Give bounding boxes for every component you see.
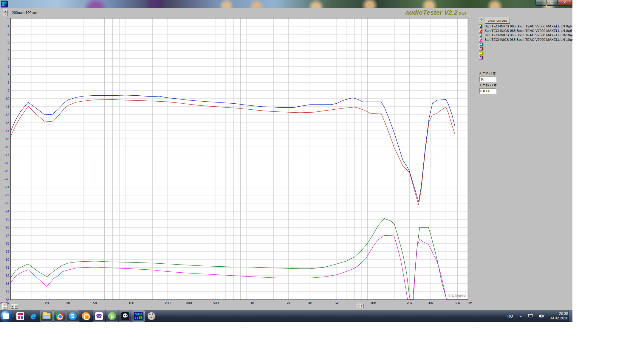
svg-text:30k: 30k	[428, 301, 434, 305]
svg-text:-5: -5	[6, 57, 9, 60]
curve-color-swatch-icon[interactable]: A	[479, 33, 482, 37]
xmin-input[interactable]	[479, 77, 496, 82]
audiotester-window-icon[interactable]	[1, 1, 8, 7]
icon-waveform	[2, 4, 7, 6]
curve-color-swatch-icon[interactable]: A	[479, 24, 482, 28]
close-button[interactable]: ✕	[558, 0, 572, 6]
legend-row[interactable]: A	[479, 51, 572, 55]
screen: — ❐ ✕ ▲ ▼ 200nwb 100 мкс audioTester V2.…	[0, 0, 572, 322]
legend-row[interactable]: AЗап.TECHNICS 965 Восп.TEAC V7000 MAXELL…	[479, 29, 572, 33]
start-button[interactable]	[1, 311, 12, 321]
audiotester-client-area: ▲ ▼ 200nwb 100 мкс audioTester V2.2D b6 …	[0, 8, 572, 310]
taskbar-icon-audiotester[interactable]: AudioT	[132, 310, 145, 322]
svg-text:-22: -22	[4, 193, 9, 197]
clock[interactable]: 20:35 09.02.2020	[549, 312, 568, 321]
xmin-field-group: X min / Hz	[479, 71, 539, 82]
svg-text:Hz: Hz	[468, 301, 472, 305]
legend-row[interactable]: AЗап.TECHNICS 965 Восп.TEAC V7000 MAXELL…	[479, 24, 572, 28]
taskbar-icon-viber[interactable]	[93, 310, 105, 322]
spin-up-icon[interactable]: ▲	[479, 17, 483, 20]
legend-panel: ▲ ▼ clear curves AЗап.TECHNICS 965 Восп.…	[477, 16, 572, 60]
legend-label: Зап.TECHNICS 965 Восп.TEAC V7000 MAXELL …	[485, 29, 572, 32]
legend-row[interactable]: A	[479, 55, 572, 60]
icon-decoration	[2, 2, 7, 4]
taskbar-icon-internet-explorer[interactable]: e	[27, 310, 40, 322]
svg-text:20k: 20k	[407, 301, 412, 305]
svg-text:200: 200	[165, 301, 171, 305]
svg-text:-24: -24	[4, 209, 9, 213]
x-scroll-right-group[interactable]: ◄ ►	[357, 304, 364, 308]
clear-curves-button[interactable]: clear curves	[485, 18, 510, 24]
taskbar-icon-paint-palette[interactable]	[145, 310, 158, 322]
network-icon[interactable]	[528, 313, 535, 319]
svg-text:-31: -31	[4, 266, 9, 269]
tray-chevron-icon[interactable]: ▲	[520, 315, 522, 318]
svg-text:5k: 5k	[335, 301, 338, 305]
restore-button[interactable]: ❐	[547, 0, 557, 6]
taskbar-icon-skype[interactable]: S	[66, 310, 79, 322]
svg-text:© U.Mueller: © U.Mueller	[448, 294, 467, 297]
scroll-left-icon[interactable]: ◄	[357, 304, 360, 308]
svg-text:-17: -17	[4, 153, 9, 157]
svg-text:10k: 10k	[370, 301, 376, 305]
curve-color-swatch-icon[interactable]: A	[479, 47, 483, 51]
taskbar-icon-chrome[interactable]	[53, 310, 66, 322]
clock-date: 09.02.2020	[549, 316, 568, 321]
curve-color-swatch-icon[interactable]: A	[479, 29, 482, 33]
svg-text:-13: -13	[4, 121, 9, 125]
window-titlebar: — ❐ ✕	[0, 0, 572, 8]
xmin-label: X min / Hz	[479, 71, 539, 75]
svg-text:-34: -34	[4, 290, 9, 293]
svg-text:100: 100	[129, 301, 134, 305]
scroll-left-icon[interactable]: ◄	[11, 304, 14, 309]
curve-color-swatch-icon[interactable]: A	[479, 51, 483, 55]
svg-text:0: 0	[7, 16, 9, 20]
spin-down-icon[interactable]: ▼	[2, 306, 7, 310]
legend-row[interactable]: AЗап.TECHNICS 965 Восп.TEAC V7000 MAXELL…	[479, 38, 572, 42]
taskbar-icon-foobar2000[interactable]	[119, 310, 131, 322]
taskbar-icon-app-red-white[interactable]	[14, 310, 27, 322]
taskbar: eSµAudioT RU ▲ 20:35 09.02.2020	[0, 310, 572, 322]
svg-text:1k: 1k	[250, 301, 254, 305]
svg-text:-30: -30	[4, 258, 9, 261]
curve-color-swatch-icon[interactable]: A	[479, 38, 482, 42]
svg-text:50: 50	[93, 301, 97, 305]
legend-row[interactable]: A	[479, 42, 572, 46]
legend-row[interactable]: AЗап.TECHNICS 965 Восп.TEAC V7000 MAXELL…	[479, 33, 572, 37]
language-indicator[interactable]: RU	[507, 314, 513, 319]
taskbar-icon-helm-orange[interactable]	[79, 310, 92, 322]
svg-text:-15: -15	[4, 137, 9, 141]
taskbar-icons: eSµAudioT	[14, 310, 158, 322]
legend-spinner[interactable]: ▲ ▼	[479, 17, 483, 22]
xmax-field-group: X max / Hz	[479, 83, 539, 94]
svg-text:-1: -1	[6, 24, 9, 28]
spin-up-icon[interactable]: ▲	[2, 303, 7, 306]
xmax-label: X max / Hz	[479, 83, 539, 87]
spin-down-icon[interactable]: ▼	[479, 20, 483, 22]
svg-text:500: 500	[213, 301, 219, 305]
svg-text:-8: -8	[6, 81, 9, 84]
svg-text:20: 20	[45, 301, 49, 305]
x-scroll-left-right[interactable]: ◄ ►	[11, 304, 18, 309]
svg-text:-20: -20	[4, 177, 9, 181]
window-controls: — ❐ ✕	[535, 0, 572, 6]
svg-text:-11: -11	[5, 105, 9, 108]
show-desktop-button[interactable]	[569, 310, 572, 322]
legend-row[interactable]: A	[479, 46, 572, 51]
svg-text:300: 300	[186, 301, 192, 305]
scroll-right-icon[interactable]: ►	[14, 304, 18, 309]
taskbar-icon-utorrent[interactable]: µ	[106, 310, 118, 322]
svg-text:-4: -4	[6, 49, 9, 52]
bottom-left-spinner[interactable]: ▲ ▼	[2, 303, 7, 310]
xmax-input[interactable]	[479, 88, 496, 94]
curve-color-swatch-icon[interactable]: A	[479, 56, 483, 60]
svg-text:-14: -14	[4, 129, 9, 133]
scroll-right-icon[interactable]: ►	[360, 304, 364, 308]
svg-text:-12: -12	[4, 113, 9, 116]
curve-color-swatch-icon[interactable]: A	[479, 42, 483, 46]
svg-text:-28: -28	[4, 242, 9, 245]
minimize-button[interactable]: —	[535, 0, 546, 6]
volume-icon[interactable]	[538, 313, 544, 319]
taskbar-icon-file-explorer[interactable]	[40, 310, 53, 322]
svg-text:-7: -7	[6, 73, 9, 76]
